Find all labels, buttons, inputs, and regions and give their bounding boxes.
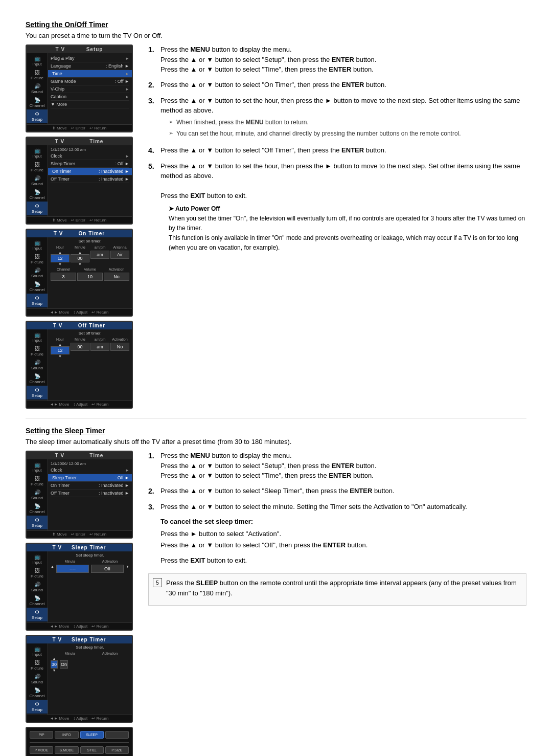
on-timer-minute: 00: [71, 254, 89, 262]
remote-btn-psize[interactable]: P.SIZE: [105, 746, 129, 754]
on-timer-row2-values: 3 10 No: [51, 273, 129, 281]
tv-sidebar-time: 📺 Input 🖼 Picture 🔊 Sound: [27, 145, 48, 216]
sound-icon-sl1: 🔊: [34, 582, 40, 587]
screen-sleep-time-menu: T V Time 📺 Input 🖼 Picture: [26, 451, 133, 539]
sidebar-channel-t: 📡 Channel: [27, 188, 48, 202]
step2: Press the ▲ or ▼ button to select "On Ti…: [148, 80, 526, 91]
on-timer-values-row: ▲ 12 ▼ ▲ 00 ▼ am: [51, 251, 129, 266]
tv-footer-offtimer: ◄► Move ↕ Adjust ↩ Return: [27, 401, 132, 408]
sidebar-setup-oft: ⚙ Setup: [27, 386, 48, 399]
sound-icon-sl2: 🔊: [34, 674, 40, 679]
sidebar-setup: ⚙ Setup: [27, 109, 48, 123]
tv-sidebar-ontimer: 📺 Input 🖼 Picture 🔊 Sound: [27, 237, 48, 308]
menu-row-sleep: Sleep Timer : Off ►: [51, 160, 129, 168]
time-menu-content: 1/1/2006/ 12:00 am Clock ► Sleep Timer :…: [48, 145, 132, 216]
sidebar-channel-st: 📡 Channel: [27, 502, 48, 516]
remote-btn-empty: [105, 731, 129, 739]
step5: Press the ▲ or ▼ button to set the hour,…: [148, 161, 526, 256]
sleep-timer1-subtitle: Set sleep timer.: [51, 553, 129, 558]
screen-on-timer: T V On Timer 📺 Input 🖼 Picture: [26, 229, 133, 317]
setup-menu-content: Plug & Play ► Language : English ► Time …: [48, 53, 132, 124]
input-icon-st: 📺: [34, 462, 40, 468]
input-icon: 📺: [34, 56, 40, 61]
screen-header-sleep-time: T V Time: [27, 452, 132, 459]
section1-screens: T V Setup 📺 Input 🖼 Picture: [26, 45, 138, 409]
sleep-time-menu-content: 1/1/2006/ 12:00 am Clock ► Sleep Timer :…: [48, 459, 132, 530]
remote-btn-pmode[interactable]: P.MODE: [30, 746, 53, 754]
menu-row-vchip: V-Chip ►: [51, 85, 129, 93]
menu-row-clock: Clock ►: [51, 152, 129, 160]
channel-icon-oft: 📡: [34, 373, 40, 379]
remote-top-row: PIP INFO SLEEP: [30, 731, 129, 739]
sound-icon: 🔊: [34, 83, 40, 89]
step3-note2: You can set the hour, minute, and channe…: [169, 129, 526, 138]
on-timer-activation: No: [104, 273, 129, 281]
sidebar-picture-sl2: 🖼 Picture: [27, 658, 48, 672]
sleep-timer2-activation: On: [60, 660, 68, 669]
sidebar-setup-t: ⚙ Setup: [27, 202, 48, 215]
setup-icon-st: ⚙: [35, 517, 39, 523]
setup-icon-t: ⚙: [35, 203, 39, 209]
on-timer-volume: 10: [77, 273, 103, 281]
cancel-sleep-line1: Press the ► button to select "Activation…: [160, 529, 467, 539]
section1-steps: Press the MENU button to display the men…: [148, 45, 526, 256]
sleep-timer1-content: Set sleep timer. Minute Activation ▲ ---…: [48, 551, 132, 622]
sleep-time-display: 1/1/2006/ 12:00 am: [51, 461, 129, 466]
tv-footer-sleep-time: ⬆ Move ↵ Enter ↩ Return: [27, 530, 132, 538]
sidebar-input-st: 📺 Input: [27, 460, 48, 474]
off-timer-activation: No: [110, 343, 129, 351]
step3: Press the ▲ or ▼ button to set the hour,…: [148, 96, 526, 140]
sidebar-sound-sl1: 🔊 Sound: [27, 580, 48, 594]
section2-instructions: Press the MENU button to display the men…: [148, 451, 526, 756]
on-timer-row2-labels: Channel Volume Activation: [51, 268, 129, 271]
sleep-exit-text: Press the EXIT button to exit.: [160, 555, 467, 566]
sidebar-input-sl1: 📺 Input: [27, 552, 48, 566]
on-timer-antenna: Air: [110, 251, 129, 259]
sidebar-picture-sl1: 🖼 Picture: [27, 566, 48, 580]
off-timer-minute: 00: [71, 343, 89, 351]
sidebar-sound-ot: 🔊 Sound: [27, 266, 48, 280]
sidebar-input-t: 📺 Input: [27, 146, 48, 160]
section1-heading: Setting the On/Off Timer: [26, 20, 526, 29]
section-divider: [26, 418, 526, 418]
section2-intro: The sleep timer automatically shuts off …: [26, 438, 526, 446]
remote-btn-info[interactable]: INFO: [55, 731, 78, 739]
auto-power-off-note: ➤ Auto Power Off When you set the timer …: [169, 204, 526, 253]
input-icon-sl2: 📺: [34, 646, 40, 652]
section1-instructions: Press the MENU button to display the men…: [148, 45, 526, 409]
on-timer-hour: 12: [51, 254, 70, 262]
screen-header-ontimer: T V On Timer: [27, 230, 132, 237]
picture-icon-st: 🖼: [35, 476, 40, 481]
picture-icon-t: 🖼: [35, 162, 40, 167]
step3-note1: When finished, press the MENU button to …: [169, 118, 526, 127]
tv-sidebar-offtimer: 📺 Input 🖼 Picture 🔊 Sound: [27, 329, 48, 401]
setup-icon: ⚙: [35, 111, 39, 117]
sleep-timer2-subtitle: Set sleep timer.: [51, 645, 129, 650]
tv-body-setup: 📺 Input 🖼 Picture 🔊 Sound: [27, 53, 132, 124]
input-icon-t: 📺: [34, 148, 40, 153]
sidebar-channel: 📡 Channel: [27, 96, 48, 109]
tv-sidebar-sleep1: 📺 Input 🖼 Picture 🔊 Sound: [27, 551, 48, 622]
setup-icon-oft: ⚙: [35, 387, 39, 393]
sidebar-channel-sl2: 📡 Channel: [27, 686, 48, 700]
sidebar-setup-sl2: ⚙ Setup: [27, 700, 48, 714]
sidebar-setup-sl1: ⚙ Setup: [27, 608, 48, 621]
picture-icon-ot: 🖼: [35, 254, 40, 259]
remote-btn-pip[interactable]: PIP: [30, 731, 53, 739]
sidebar-setup-st: ⚙ Setup: [27, 516, 48, 529]
screen-off-timer: T V Off Timer 📺 Input 🖼 Picture: [26, 321, 133, 409]
footer-note: 5 Press the SLEEP button on the remote c…: [148, 573, 526, 606]
remote-btn-smode[interactable]: S.MODE: [55, 746, 78, 754]
remote-btn-sleep[interactable]: SLEEP: [80, 731, 104, 739]
picture-icon-sl2: 🖼: [35, 660, 40, 665]
tv-body-offtimer: 📺 Input 🖼 Picture 🔊 Sound: [27, 329, 132, 401]
menu-row-time: Time ►: [48, 70, 132, 78]
sleep-step3: Press the ▲ or ▼ button to select the mi…: [148, 502, 526, 569]
tv-footer-sleep2: ◄► Move ↕ Adjust ↩ Return: [27, 715, 132, 722]
sidebar-picture-oft: 🖼 Picture: [27, 344, 48, 358]
menu-row-ontimer-s: On Timer : Inactivated ►: [51, 482, 129, 490]
footer-note-text: Press the SLEEP button on the remote con…: [166, 578, 522, 598]
sound-icon-oft: 🔊: [34, 360, 40, 365]
remote-btn-still[interactable]: STILL: [80, 746, 104, 754]
menu-row-caption: Caption ►: [51, 93, 129, 101]
